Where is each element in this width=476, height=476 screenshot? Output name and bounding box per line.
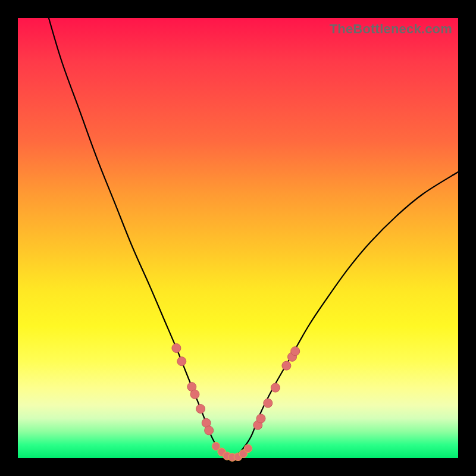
chart-overlay-svg [18,18,458,458]
chart-marker [291,347,300,356]
chart-marker [177,357,186,366]
chart-marker [264,399,273,408]
chart-marker [172,344,181,353]
chart-marker [271,383,280,392]
chart-markers-group [172,344,300,462]
chart-marker [190,390,199,399]
chart-marker [282,361,291,370]
chart-stage: TheBottleneck.com [0,0,476,476]
chart-marker [244,444,252,453]
chart-marker [256,414,265,423]
chart-plot-area: TheBottleneck.com [18,18,458,458]
chart-marker [196,405,205,414]
bottleneck-curve-path [49,18,458,458]
chart-marker [205,426,214,435]
